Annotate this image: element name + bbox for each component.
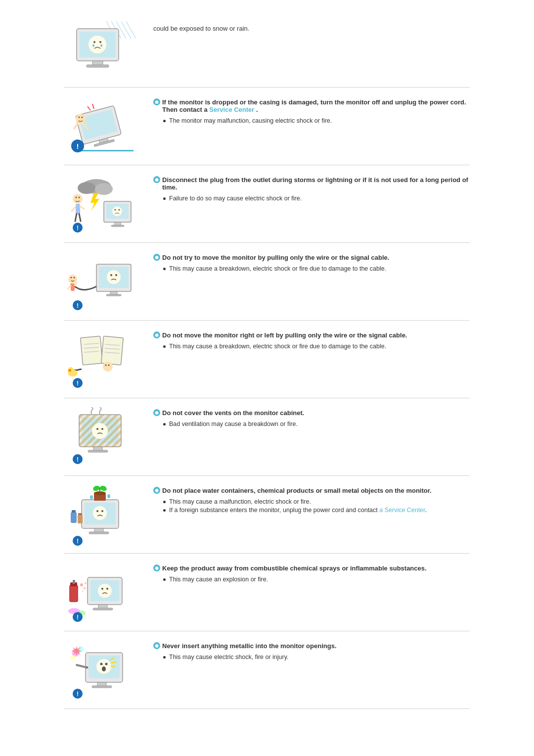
bullet-icon-dropped: ◉: [153, 98, 160, 105]
illustration-dropped: !: [64, 96, 143, 156]
sub-text-lightning-1: Failure to do so may cause electric shoc…: [169, 195, 302, 202]
main-text-wire2: ◉ Do not move the monitor right or left …: [153, 331, 470, 339]
svg-line-21: [74, 124, 78, 129]
page-container: could be exposed to snow or rain.: [44, 0, 490, 719]
sub-bullet-item: This may cause an explosion or fire.: [163, 576, 470, 583]
main-text-dropped: ◉ If the monitor is dropped or the casin…: [153, 98, 470, 113]
svg-rect-140: [92, 686, 112, 688]
svg-rect-107: [72, 510, 76, 513]
illustration-wire2: !: [64, 330, 143, 389]
main-text-content-wire1: Do not try to move the monitor by pullin…: [162, 254, 470, 261]
svg-rect-105: [89, 532, 109, 534]
sub-bullets-vents: Bad ventilation may cause a breakdown or…: [163, 421, 470, 427]
section-water: ! ◉ Do not place water containers, chemi…: [64, 476, 470, 554]
sub-bullets-dropped: The monitor may malfunction, causing ele…: [163, 117, 470, 124]
section-spray: ! ◉ Keep the product away from combustib…: [64, 554, 470, 631]
content-wire1: ◉ Do not try to move the monitor by pull…: [153, 252, 470, 274]
content-vents: ◉ Do not cover the vents on the monitor …: [153, 407, 470, 429]
sub-bullet-item: This may cause electric shock, fire or i…: [163, 654, 470, 661]
bullet-icon-metal: ◉: [153, 642, 160, 649]
svg-point-77: [68, 370, 71, 372]
svg-point-123: [84, 587, 86, 590]
section-rain: could be exposed to snow or rain.: [64, 10, 470, 88]
svg-point-133: [100, 663, 103, 665]
section-dropped: ! ◉ If the monitor is dropped or the cas…: [64, 88, 470, 165]
main-text-content-metal: Never insert anything metallic into the …: [162, 642, 470, 650]
svg-marker-31: [90, 193, 99, 211]
sub-text-water-1: This may cause a malfunction, electric s…: [169, 498, 311, 505]
service-center-link-2[interactable]: a Service Center: [379, 507, 425, 514]
svg-marker-146: [72, 646, 82, 656]
main-text-content-vents: Do not cover the vents on the monitor ca…: [162, 409, 470, 417]
svg-point-20: [82, 117, 83, 118]
svg-point-96: [101, 510, 103, 512]
sub-bullet-item: Failure to do so may cause electric shoc…: [163, 195, 470, 202]
svg-point-135: [102, 666, 106, 671]
svg-rect-8: [87, 65, 109, 67]
dropped-text-after-link: .: [254, 106, 258, 113]
sub-text-vents-1: Bad ventilation may cause a breakdown or…: [169, 421, 298, 427]
content-spray: ◉ Keep the product away from combustible…: [153, 563, 470, 584]
bullet-dot: [163, 656, 166, 659]
svg-point-100: [92, 485, 101, 492]
bullet-dot: [163, 345, 166, 348]
svg-line-2: [121, 21, 131, 39]
bullet-icon-wire2: ◉: [153, 331, 160, 338]
svg-line-43: [72, 206, 76, 211]
main-text-lightning: ◉ Disconnect the plug from the outlet du…: [153, 176, 470, 191]
bullet-icon-spray: ◉: [153, 565, 160, 571]
svg-point-85: [92, 423, 108, 439]
svg-point-95: [96, 510, 98, 512]
sub-bullets-wire1: This may cause a breakdown, electric sho…: [163, 265, 470, 272]
svg-text:!: !: [77, 691, 79, 698]
illustration-vents: !: [64, 407, 143, 467]
service-center-link-1[interactable]: Service Center: [209, 106, 254, 113]
main-text-content-dropped: If the monitor is dropped or the casing …: [162, 98, 470, 113]
sub-text-spray-1: This may cause an explosion or fire.: [169, 576, 268, 583]
sub-bullet-item: Bad ventilation may cause a breakdown or…: [163, 421, 470, 427]
illustration-wire1: !: [64, 252, 143, 311]
svg-text:!: !: [77, 380, 79, 387]
svg-point-125: [85, 582, 87, 584]
main-text-spray: ◉ Keep the product away from combustible…: [153, 565, 470, 572]
svg-point-114: [98, 584, 112, 598]
svg-line-24: [92, 104, 94, 109]
sub-text-dropped-1: The monitor may malfunction, causing ele…: [169, 117, 332, 124]
svg-point-29: [78, 182, 95, 194]
illustration-metal: !: [64, 640, 143, 700]
svg-point-103: [107, 494, 110, 498]
illustration-rain: [64, 19, 143, 78]
svg-point-94: [93, 506, 107, 520]
svg-line-44: [80, 206, 84, 209]
svg-point-51: [107, 270, 121, 284]
svg-rect-119: [69, 585, 78, 602]
svg-rect-55: [106, 294, 121, 296]
bullet-dot: [163, 509, 166, 512]
bullet-dot: [163, 120, 166, 122]
svg-point-53: [115, 274, 117, 276]
svg-point-102: [90, 495, 93, 499]
svg-point-122: [80, 583, 83, 586]
illustration-lightning: !: [64, 174, 143, 234]
svg-point-86: [96, 428, 98, 430]
main-text-water: ◉ Do not place water containers, chemica…: [153, 487, 470, 494]
main-text-content-spray: Keep the product away from combustible c…: [162, 565, 470, 572]
svg-point-10: [93, 41, 95, 43]
sub-text-water-2: If a foreign substance enters the monito…: [169, 507, 427, 514]
svg-rect-89: [88, 450, 108, 452]
svg-text:!: !: [77, 302, 79, 309]
svg-point-124: [82, 590, 84, 592]
svg-point-87: [101, 428, 103, 430]
svg-point-145: [70, 655, 75, 660]
svg-line-3: [126, 21, 136, 39]
svg-line-61: [75, 283, 77, 285]
content-rain: could be exposed to snow or rain.: [153, 19, 470, 32]
svg-rect-108: [78, 515, 83, 523]
svg-line-60: [68, 285, 71, 289]
rain-text: could be exposed to snow or rain.: [153, 25, 249, 32]
svg-point-58: [74, 277, 75, 279]
svg-point-36: [112, 206, 122, 216]
main-text-content-wire2: Do not move the monitor right or left by…: [162, 331, 470, 339]
svg-rect-121: [73, 580, 75, 584]
svg-point-72: [103, 362, 113, 372]
